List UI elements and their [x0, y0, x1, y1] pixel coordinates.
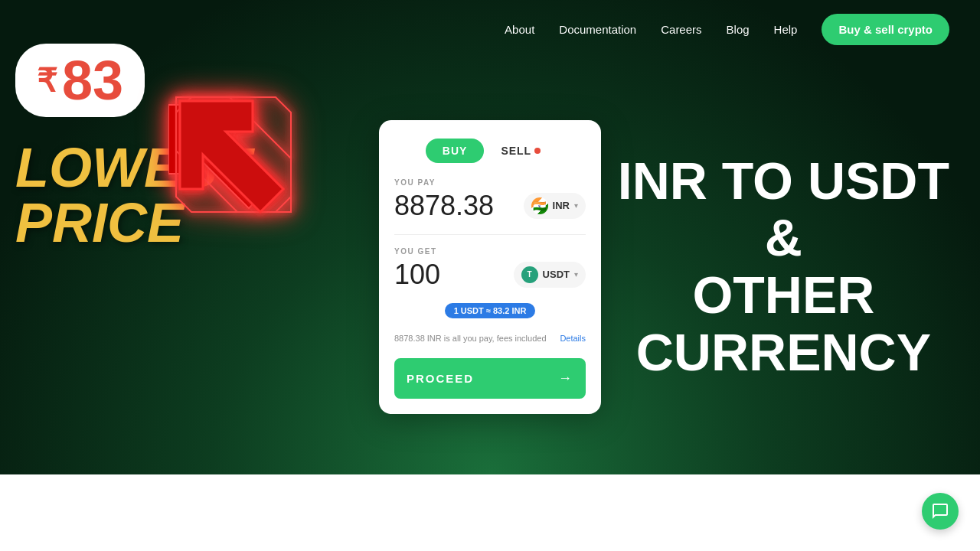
details-link[interactable]: Details	[560, 334, 586, 343]
neon-arrow	[168, 90, 306, 227]
right-line1: INR TO USDT	[618, 152, 949, 210]
hero-section: About Documentation Careers Blog Help Bu…	[0, 0, 980, 474]
proceed-arrow-icon: →	[558, 370, 573, 386]
nav-link-about[interactable]: About	[505, 23, 534, 36]
left-section: ₹ 83	[15, 44, 251, 250]
tab-buy-button[interactable]: BUY	[426, 139, 485, 163]
buy-sell-crypto-button[interactable]: Buy & sell crypto	[822, 14, 949, 45]
nav-link-careers[interactable]: Careers	[661, 23, 701, 36]
usdt-currency-selector[interactable]: T USDT ▾	[514, 262, 586, 288]
chevron-down-icon-usdt: ▾	[574, 270, 578, 279]
fee-row: 8878.38 INR is all you pay, fees include…	[394, 334, 586, 343]
you-pay-label: YOU PAY	[394, 178, 586, 187]
rate-pill-wrap: 1 USDT ≈ 83.2 INR	[394, 303, 586, 326]
usdt-code: USDT	[543, 269, 570, 280]
usdt-flag: T	[521, 266, 538, 283]
right-line3: OTHER	[618, 267, 949, 324]
price-number: 83	[62, 53, 123, 108]
nav-link-help[interactable]: Help	[774, 23, 798, 36]
chat-icon	[931, 502, 949, 520]
tab-sell-button[interactable]: SELL	[487, 139, 554, 163]
sell-dot	[534, 148, 541, 154]
you-pay-value: 8878.38	[394, 190, 494, 222]
fee-text: 8878.38 INR is all you pay, fees include…	[394, 334, 547, 343]
inr-code: INR	[553, 200, 570, 211]
inr-flag: 🇮🇳	[531, 197, 548, 214]
rate-pill: 1 USDT ≈ 83.2 INR	[445, 303, 536, 318]
nav-link-blog[interactable]: Blog	[727, 23, 750, 36]
hero-content: ₹ 83	[0, 59, 980, 474]
proceed-label: PROCEED	[407, 372, 474, 385]
proceed-button[interactable]: PROCEED →	[394, 358, 586, 399]
you-get-label: YOU GET	[394, 247, 586, 256]
you-pay-row: 8878.38 🇮🇳 INR ▾	[394, 190, 586, 222]
card-tabs: BUY SELL	[394, 139, 586, 163]
nav-links: About Documentation Careers Blog Help	[505, 23, 797, 36]
chat-button[interactable]	[922, 493, 959, 530]
inr-currency-selector[interactable]: 🇮🇳 INR ▾	[524, 193, 586, 219]
you-get-row: 100 T USDT ▾	[394, 259, 586, 291]
exchange-card: BUY SELL YOU PAY 8878.38 🇮🇳 INR ▾ YOU GE…	[379, 120, 601, 414]
price-badge: ₹ 83	[15, 44, 145, 117]
right-line4: CURRENCY	[618, 324, 949, 381]
nav-link-documentation[interactable]: Documentation	[559, 23, 636, 36]
right-line2: &	[618, 210, 949, 267]
bottom-section	[0, 474, 980, 551]
right-section: INR TO USDT & OTHER CURRENCY	[618, 152, 949, 381]
divider	[394, 234, 586, 235]
chevron-down-icon: ▾	[574, 201, 578, 210]
you-get-value: 100	[394, 259, 440, 291]
rupee-symbol: ₹	[37, 62, 57, 99]
